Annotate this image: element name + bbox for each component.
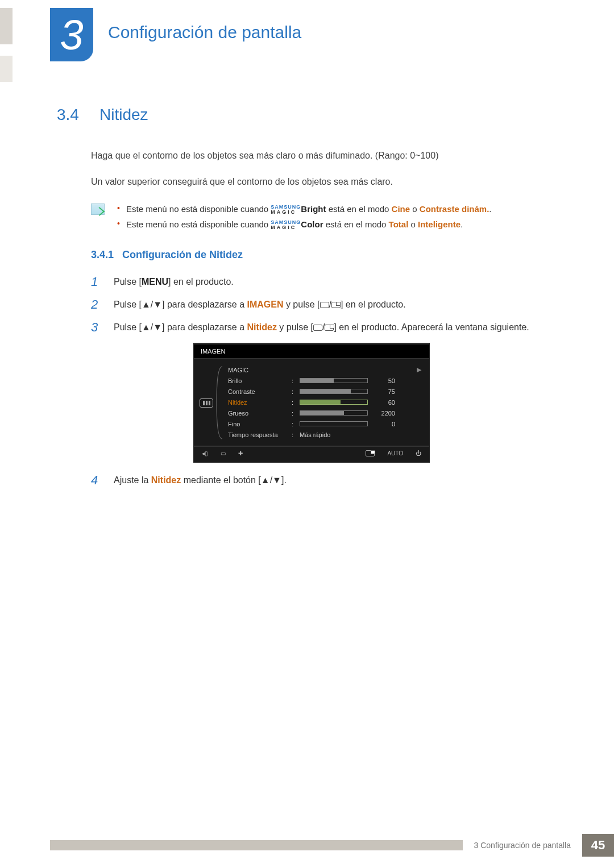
- sidebar-stripe-bottom: [0, 56, 13, 82]
- section-number: 3.4: [57, 106, 79, 124]
- footer-label: 3 Configuración de pantalla: [468, 841, 576, 850]
- step-3: 3 Pulse [▲/▼] para desplazarse a Nitidez…: [91, 320, 557, 335]
- magic-label: MAGIC: [271, 225, 301, 230]
- osd-row-label: MAGIC: [228, 367, 287, 373]
- steps-list: 1 Pulse [MENU] en el producto. 2 Pulse […: [91, 275, 557, 335]
- chapter-tab: 3: [50, 8, 93, 61]
- osd-row: Tiempo respuesta:Más rápido: [228, 429, 421, 440]
- osd-value: 60: [372, 399, 395, 406]
- footer-bar: [50, 840, 463, 850]
- osd-minus-icon: ▭: [221, 450, 226, 456]
- osd-screenshot: IMAGEN MAGIC▶Brillo:50Contraste:75Nitide…: [193, 343, 557, 463]
- magic-label: MAGIC: [271, 210, 301, 215]
- note-list: Este menú no está disponible cuando SAMS…: [115, 201, 492, 232]
- osd-value: 75: [372, 388, 395, 395]
- step-2: 2 Pulse [▲/▼] para desplazarse a IMAGEN …: [91, 297, 557, 312]
- pip-icon: [331, 302, 341, 308]
- step-1: 1 Pulse [MENU] en el producto.: [91, 275, 557, 289]
- osd-value: 0: [372, 421, 395, 427]
- osd-slider: [300, 400, 368, 405]
- osd-text-value: Más rápido: [300, 431, 330, 438]
- osd-row: Brillo:50: [228, 375, 421, 386]
- osd-plus-icon: ✚: [238, 450, 243, 456]
- source-icon: [320, 302, 329, 308]
- osd-row: Fino:0: [228, 418, 421, 429]
- osd-slider: [300, 421, 368, 426]
- chapter-number: 3: [60, 11, 83, 59]
- osd-row-label: Contraste: [228, 388, 287, 395]
- step-4: 4 Ajuste la Nitidez mediante el botón [▲…: [91, 473, 557, 488]
- note-block: Este menú no está disponible cuando SAMS…: [91, 201, 557, 232]
- osd-slider: [300, 410, 368, 416]
- intro-paragraph-1: Haga que el contorno de los objetos sea …: [91, 149, 557, 163]
- main-content: 3.4 Nitidez Haga que el contorno de los …: [57, 106, 557, 496]
- section-title: Nitidez: [99, 106, 148, 124]
- osd-row-label: Grueso: [228, 410, 287, 417]
- subsection-heading: 3.4.1 Configuración de Nitidez: [91, 249, 557, 261]
- note-item-1: Este menú no está disponible cuando SAMS…: [115, 201, 492, 217]
- note-icon: [91, 203, 105, 215]
- osd-category-icon: [200, 398, 213, 408]
- osd-power-icon: ⏻: [416, 450, 421, 456]
- page-number: 45: [582, 834, 614, 857]
- note-item-2: Este menú no está disponible cuando SAMS…: [115, 217, 492, 232]
- osd-row-label: Brillo: [228, 377, 287, 384]
- osd-auto-label: AUTO: [387, 450, 403, 456]
- subsection-number: 3.4.1: [91, 249, 114, 260]
- osd-row-label: Tiempo respuesta: [228, 431, 287, 438]
- subsection-title: Configuración de Nitidez: [122, 249, 243, 260]
- osd-row-label: Nitidez: [228, 399, 287, 406]
- steps-list-continued: 4 Ajuste la Nitidez mediante el botón [▲…: [91, 473, 557, 488]
- up-down-icon: ▲/▼: [261, 475, 281, 485]
- chevron-right-icon: ▶: [417, 366, 421, 373]
- osd-title: IMAGEN: [194, 343, 429, 359]
- osd-row-label: Fino: [228, 421, 287, 427]
- osd-footer: ◂▯ ▭ ✚ AUTO ⏻: [194, 446, 429, 462]
- pip-icon: [325, 325, 334, 331]
- osd-row: Contraste:75: [228, 386, 421, 397]
- osd-value: 2200: [372, 410, 395, 417]
- intro-paragraph-2: Un valor superior conseguirá que el cont…: [91, 175, 557, 189]
- osd-row: Nitidez:60: [228, 397, 421, 408]
- osd-row: MAGIC▶: [228, 364, 421, 375]
- menu-key: MENU: [142, 277, 168, 286]
- page-footer: 3 Configuración de pantalla 45: [50, 834, 614, 857]
- source-icon: [313, 325, 322, 331]
- section-heading: 3.4 Nitidez: [57, 106, 557, 124]
- osd-back-icon: ◂▯: [202, 450, 208, 456]
- osd-enter-icon: [366, 450, 375, 456]
- osd-slider: [300, 389, 368, 394]
- chapter-title: Configuración de pantalla: [108, 23, 301, 42]
- up-down-icon: ▲/▼: [142, 322, 162, 332]
- osd-slider: [300, 378, 368, 383]
- osd-value: 50: [372, 377, 395, 384]
- sidebar-stripe-top: [0, 8, 13, 44]
- osd-bracket-icon: [215, 366, 223, 440]
- up-down-icon: ▲/▼: [142, 300, 162, 309]
- osd-row: Grueso:2200: [228, 408, 421, 418]
